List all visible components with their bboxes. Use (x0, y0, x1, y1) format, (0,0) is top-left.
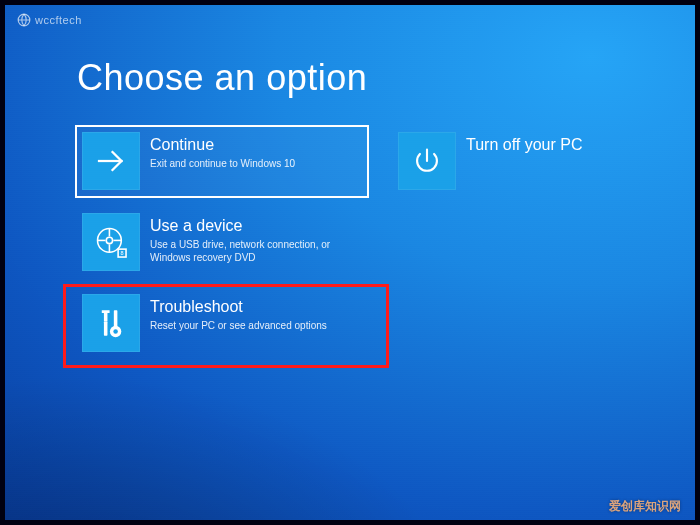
option-desc: Use a USB drive, network connection, or … (150, 238, 350, 264)
svg-point-13 (113, 329, 118, 334)
option-desc: Reset your PC or see advanced options (150, 319, 327, 332)
option-use-device[interactable]: 8 Use a device Use a USB drive, network … (77, 208, 367, 277)
svg-rect-11 (114, 310, 118, 327)
option-label: Use a device (150, 217, 350, 235)
watermark-text: wccftech (35, 14, 82, 26)
option-continue[interactable]: Continue Exit and continue to Windows 10 (77, 127, 367, 196)
options-grid: Continue Exit and continue to Windows 10… (77, 127, 675, 358)
arrow-right-icon (82, 132, 140, 190)
power-icon (398, 132, 456, 190)
option-label: Continue (150, 136, 295, 154)
page-title: Choose an option (77, 57, 675, 99)
svg-point-3 (106, 237, 112, 243)
disc-icon: 8 (82, 213, 140, 271)
tools-icon (82, 294, 140, 352)
svg-rect-10 (104, 322, 108, 336)
watermark: wccftech (17, 13, 82, 27)
globe-icon (17, 13, 31, 27)
option-desc: Exit and continue to Windows 10 (150, 157, 295, 170)
content-area: Choose an option Continue Exit and conti… (77, 57, 675, 358)
option-turn-off[interactable]: Turn off your PC (393, 127, 613, 196)
option-troubleshoot[interactable]: Troubleshoot Reset your PC or see advanc… (77, 289, 367, 358)
option-label: Turn off your PC (466, 136, 583, 154)
svg-text:8: 8 (121, 250, 124, 256)
attribution-text: 爱创库知识网 (609, 500, 681, 512)
option-label: Troubleshoot (150, 298, 327, 316)
recovery-screen: wccftech Choose an option Continue Exit … (5, 5, 695, 520)
